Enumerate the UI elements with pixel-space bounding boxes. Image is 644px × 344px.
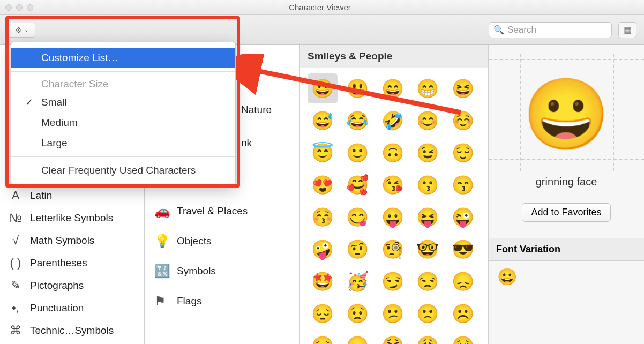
emoji-cell[interactable]: 😣 xyxy=(308,331,338,344)
subcategory-icon: 💡 xyxy=(154,234,168,249)
category-item[interactable]: √Math Symbols xyxy=(0,229,144,252)
subcategory-icon: 🔣 xyxy=(154,264,168,279)
emoji-cell[interactable]: 🧐 xyxy=(378,234,408,264)
emoji-cell[interactable]: 😕 xyxy=(378,298,408,328)
emoji-cell[interactable]: 😋 xyxy=(342,202,372,232)
emoji-cell[interactable]: 😙 xyxy=(448,170,478,200)
emoji-cell[interactable]: 😚 xyxy=(308,202,338,232)
emoji-cell[interactable]: 🥰 xyxy=(342,170,372,200)
subcategory-label: Objects xyxy=(177,235,211,247)
peek-text: le xyxy=(241,64,249,76)
add-to-favorites-button[interactable]: Add to Favorites xyxy=(522,203,610,222)
menu-size-small[interactable]: ✓ Small xyxy=(11,92,235,113)
font-variation-header: Font Variation xyxy=(489,238,644,261)
subcategory-item[interactable]: 💡Objects xyxy=(145,226,299,256)
emoji-cell[interactable]: 😒 xyxy=(413,266,443,296)
emoji-cell[interactable]: 🥳 xyxy=(342,266,372,296)
subcategory-label: Travel & Places xyxy=(177,205,248,217)
menu-clear-frequent[interactable]: Clear Frequently Used Characters xyxy=(11,160,235,181)
emoji-cell[interactable]: 🤩 xyxy=(308,266,338,296)
emoji-cell[interactable]: 😏 xyxy=(378,266,408,296)
emoji-cell[interactable]: ☹️ xyxy=(448,298,478,328)
category-item[interactable]: •,Punctuation xyxy=(0,297,144,319)
emoji-cell[interactable]: 🤣 xyxy=(378,106,408,136)
emoji-cell[interactable]: 😛 xyxy=(378,202,408,232)
category-icon: √ xyxy=(9,234,23,248)
emoji-cell[interactable]: 😁 xyxy=(413,73,443,103)
emoji-cell[interactable]: 😗 xyxy=(413,170,443,200)
window-title: Character Viewer xyxy=(33,3,606,12)
category-icon: ⌘ xyxy=(9,324,23,338)
category-icon: ( ) xyxy=(9,256,23,270)
peek-text: nk xyxy=(241,137,252,149)
emoji-cell[interactable]: 🙃 xyxy=(378,138,408,168)
emoji-cell[interactable]: 😘 xyxy=(378,170,408,200)
subcategory-icon: ⚑ xyxy=(154,294,168,309)
emoji-cell[interactable]: 😍 xyxy=(308,170,338,200)
emoji-cell[interactable]: 😄 xyxy=(378,73,408,103)
category-item[interactable]: ( )Parentheses xyxy=(0,252,144,274)
emoji-cell[interactable]: 😔 xyxy=(308,298,338,328)
menu-customize-list[interactable]: Customize List… xyxy=(11,48,235,68)
settings-menu-button[interactable]: ⚙︎ ⌄ xyxy=(8,23,35,38)
menu-size-large[interactable]: Large xyxy=(11,133,235,153)
minimize-window-icon[interactable] xyxy=(16,4,23,11)
menu-size-small-label: Small xyxy=(41,96,67,108)
peek-text: Nature xyxy=(241,104,272,116)
character-grid-panel: Smileys & People 😀😃😄😁😆😅😂🤣😊☺️😇🙂🙃😉😌😍🥰😘😗😙😚😋… xyxy=(300,45,489,344)
close-window-icon[interactable] xyxy=(5,4,12,11)
emoji-cell[interactable]: 😆 xyxy=(448,73,478,103)
emoji-cell[interactable]: 😊 xyxy=(413,106,443,136)
grid-view-toggle[interactable]: ▦ xyxy=(618,22,636,38)
category-item[interactable]: ALatin xyxy=(0,184,144,207)
emoji-cell[interactable]: 😉 xyxy=(413,138,443,168)
category-label: Punctuation xyxy=(30,302,84,314)
menu-separator xyxy=(11,156,235,157)
grid-header: Smileys & People xyxy=(300,45,488,68)
emoji-cell[interactable]: 😀 xyxy=(308,73,338,103)
subcategory-item[interactable]: 🔣Symbols xyxy=(145,256,299,286)
category-label: Parentheses xyxy=(30,257,87,269)
category-item[interactable]: ✎Pictographs xyxy=(0,274,144,297)
emoji-cell[interactable]: 🤓 xyxy=(413,234,443,264)
toolbar: ⚙︎ ⌄ 🔍 Search ▦ xyxy=(0,15,644,45)
emoji-cell[interactable]: 😎 xyxy=(448,234,478,264)
category-icon: A xyxy=(9,189,23,203)
zoom-window-icon[interactable] xyxy=(27,4,33,11)
emoji-cell[interactable]: 😅 xyxy=(308,106,338,136)
search-placeholder: Search xyxy=(507,25,536,35)
emoji-cell[interactable]: 🙂 xyxy=(342,138,372,168)
emoji-cell[interactable]: 🥺 xyxy=(448,331,478,344)
emoji-cell[interactable]: 🤨 xyxy=(342,234,372,264)
emoji-cell[interactable]: 😝 xyxy=(413,202,443,232)
menu-size-medium[interactable]: Medium xyxy=(11,113,235,133)
emoji-cell[interactable]: 😜 xyxy=(448,202,478,232)
emoji-cell[interactable]: ☺️ xyxy=(448,106,478,136)
menu-size-label: Character Size xyxy=(11,75,235,92)
emoji-cell[interactable]: 😃 xyxy=(342,73,372,103)
category-item[interactable]: №Letterlike Symbols xyxy=(0,207,144,229)
category-icon: ✎ xyxy=(9,279,23,293)
subcategory-item[interactable]: 🚗Travel & Places xyxy=(145,196,299,226)
checkmark-icon: ✓ xyxy=(25,96,33,108)
category-item[interactable]: ⌘Technic…Symbols xyxy=(0,319,144,342)
category-label: Technic…Symbols xyxy=(30,325,114,336)
emoji-cell[interactable]: 🤪 xyxy=(308,234,338,264)
emoji-cell[interactable]: 😌 xyxy=(448,138,478,168)
search-input[interactable]: 🔍 Search xyxy=(489,22,612,38)
emoji-cell[interactable]: 😟 xyxy=(342,298,372,328)
detail-glyph: 😀 xyxy=(489,79,644,149)
emoji-cell[interactable]: 😖 xyxy=(342,331,372,344)
window-controls[interactable] xyxy=(5,4,33,11)
emoji-cell[interactable]: 😫 xyxy=(378,331,408,344)
emoji-cell[interactable]: 😩 xyxy=(413,331,443,344)
grid-icon: ▦ xyxy=(624,25,632,35)
emoji-cell[interactable]: 😂 xyxy=(342,106,372,136)
emoji-cell[interactable]: 😇 xyxy=(308,138,338,168)
emoji-cell[interactable]: 😞 xyxy=(448,266,478,296)
detail-name: grinning face xyxy=(489,176,644,188)
emoji-cell[interactable]: 🙁 xyxy=(413,298,443,328)
chevron-down-icon: ⌄ xyxy=(24,27,28,33)
category-label: Math Symbols xyxy=(30,235,94,246)
subcategory-item[interactable]: ⚑Flags xyxy=(145,286,299,316)
